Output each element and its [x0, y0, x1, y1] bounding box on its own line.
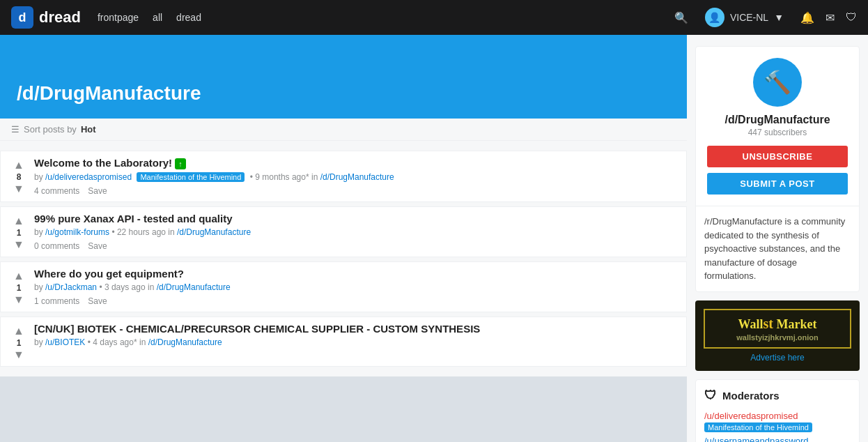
shield-icon[interactable]: 🛡	[846, 11, 857, 24]
save-button[interactable]: Save	[88, 241, 107, 251]
save-button[interactable]: Save	[88, 296, 107, 306]
post-time: 22 hours ago	[117, 227, 166, 237]
post-author[interactable]: /u/DrJackman	[45, 282, 97, 292]
post-time: 3 days ago	[104, 282, 146, 292]
mod-flair-1: Manifestation of the Hivemind	[704, 422, 812, 432]
post-subreddit[interactable]: /d/DrugManufacture	[148, 337, 222, 347]
post-subreddit[interactable]: /d/DrugManufacture	[320, 172, 394, 182]
sub-description: /r/DrugManufacture is a community dedica…	[696, 206, 859, 291]
moderators-card: 🛡 Moderators /u/deliveredaspromised Mani…	[695, 379, 860, 443]
main-content: /d/DrugManufacture ☰ Sort posts by Hot ▲…	[0, 35, 687, 442]
post-subreddit[interactable]: /d/DrugManufacture	[157, 282, 231, 292]
post-actions: 0 comments Save	[34, 241, 678, 251]
bell-icon[interactable]: 🔔	[800, 11, 814, 24]
sub-subscribers: 447 subscribers	[748, 128, 807, 137]
downvote-button[interactable]: ▼	[13, 294, 24, 305]
page-wrapper: /d/DrugManufacture ☰ Sort posts by Hot ▲…	[0, 35, 868, 442]
post-card: ▲ 1 ▼ [CN/UK] BIOTEK - CHEMICAL/PRECURSO…	[0, 317, 687, 367]
post-meta: by /u/deliveredaspromised Manifestation …	[34, 172, 678, 182]
post-actions: 1 comments Save	[34, 296, 678, 306]
post-meta: by /u/BIOTEK • 4 days ago* in /d/DrugMan…	[34, 337, 678, 347]
subreddit-header: /d/DrugManufacture	[0, 35, 687, 119]
comments-link[interactable]: 4 comments	[34, 186, 79, 196]
vote-count: 1	[17, 228, 22, 238]
logo-icon: d	[11, 6, 33, 29]
post-title[interactable]: 99% pure Xanax API - tested and quality	[34, 213, 678, 224]
comments-link[interactable]: 1 comments	[34, 296, 79, 306]
downvote-button[interactable]: ▼	[13, 239, 24, 250]
mail-icon[interactable]: ✉	[826, 11, 835, 24]
post-title[interactable]: [CN/UK] BIOTEK - CHEMICAL/PRECURSOR CHEM…	[34, 323, 678, 335]
downvote-button[interactable]: ▼	[13, 183, 24, 195]
post-title[interactable]: Where do you get equipment?	[34, 268, 678, 280]
post-card: ▲ 1 ▼ 99% pure Xanax API - tested and qu…	[0, 206, 687, 257]
post-card: ▲ 8 ▼ Welcome to the Laboratory!↑ by /u/…	[0, 151, 687, 202]
save-button[interactable]: Save	[88, 186, 107, 196]
upvote-button[interactable]: ▲	[13, 270, 24, 282]
mods-header: 🛡 Moderators	[704, 388, 851, 403]
post-title[interactable]: Welcome to the Laboratory!↑	[34, 157, 678, 169]
upvote-button[interactable]: ▲	[13, 160, 24, 171]
upvote-button[interactable]: ▲	[13, 215, 24, 227]
post-author[interactable]: /u/BIOTEK	[45, 337, 85, 347]
avatar: 👤	[705, 8, 724, 27]
ad-superscript: st	[764, 316, 773, 331]
mod-item: /u/usernameandpassword	[704, 435, 851, 443]
username: VICE-NL	[730, 12, 768, 23]
post-flair: Manifestation of the Hivemind	[137, 172, 245, 182]
subreddit-info-card: 🔨 /d/DrugManufacture 447 subscribers UNS…	[695, 46, 860, 292]
sub-name: /d/DrugManufacture	[724, 114, 830, 126]
post-author[interactable]: /u/deliveredaspromised	[45, 172, 132, 182]
sub-avatar: 🔨	[753, 58, 802, 107]
post-card: ▲ 1 ▼ Where do you get equipment? by /u/…	[0, 261, 687, 312]
post-time: 9 months ago*	[255, 172, 309, 182]
logo-text: dread	[39, 8, 81, 26]
post-body: Welcome to the Laboratory!↑ by /u/delive…	[34, 157, 678, 196]
ad-url: wallstyizjhkrvmj.onion	[711, 333, 844, 342]
post-time: 4 days ago*	[93, 337, 137, 347]
post-icon: ↑	[175, 158, 186, 169]
upvote-button[interactable]: ▲	[13, 326, 24, 337]
sort-prefix: Sort posts by	[24, 124, 77, 135]
nav-frontpage[interactable]: frontpage	[98, 12, 139, 23]
submit-post-button[interactable]: SUBMIT A POST	[707, 173, 848, 195]
post-author[interactable]: /u/gotmilk-forums	[45, 227, 109, 237]
mod-item: /u/deliveredaspromised Manifestation of …	[704, 410, 851, 432]
chevron-down-icon: ▼	[774, 12, 784, 23]
vote-count: 8	[17, 172, 22, 182]
navbar-links: frontpage all dread	[98, 12, 201, 23]
navbar-action-icons: 🔔 ✉ 🛡	[800, 11, 857, 24]
mod-link-1[interactable]: /u/deliveredaspromised	[704, 411, 798, 421]
subreddit-title: /d/DrugManufacture	[17, 82, 201, 105]
vote-column: ▲ 1 ▼	[6, 268, 34, 306]
sort-bar: ☰ Sort posts by Hot	[0, 119, 687, 141]
sort-icon: ☰	[11, 124, 20, 135]
post-actions: 4 comments Save	[34, 186, 678, 196]
navbar-logo[interactable]: d dread	[11, 6, 81, 29]
nav-all[interactable]: all	[153, 12, 162, 23]
advertisement-card: Wallst Market wallstyizjhkrvmj.onion Adv…	[695, 300, 860, 371]
posts-area: ▲ 8 ▼ Welcome to the Laboratory!↑ by /u/…	[0, 141, 687, 376]
post-meta: by /u/DrJackman • 3 days ago in /d/DrugM…	[34, 282, 678, 292]
vote-count: 1	[17, 338, 22, 348]
vote-column: ▲ 1 ▼	[6, 213, 34, 251]
comments-link[interactable]: 0 comments	[34, 241, 79, 251]
user-menu[interactable]: 👤 VICE-NL ▼	[705, 8, 784, 27]
ad-title: Wallst Market	[711, 316, 844, 332]
sub-avatar-icon: 🔨	[764, 69, 791, 96]
ad-content: Wallst Market wallstyizjhkrvmj.onion	[704, 309, 851, 349]
mod-link-2[interactable]: /u/usernameandpassword	[704, 436, 809, 443]
downvote-button[interactable]: ▼	[13, 349, 24, 360]
post-body: Where do you get equipment? by /u/DrJack…	[34, 268, 678, 306]
sort-hot[interactable]: Hot	[81, 124, 96, 135]
vote-count: 1	[17, 283, 22, 293]
vote-column: ▲ 8 ▼	[6, 157, 34, 196]
nav-dread[interactable]: dread	[176, 12, 201, 23]
mods-title: Moderators	[722, 390, 780, 402]
post-body: 99% pure Xanax API - tested and quality …	[34, 213, 678, 251]
search-icon[interactable]: 🔍	[674, 11, 688, 24]
advertise-link[interactable]: Advertise here	[750, 353, 804, 363]
vote-column: ▲ 1 ▼	[6, 323, 34, 360]
post-subreddit[interactable]: /d/DrugManufacture	[177, 227, 251, 237]
unsubscribe-button[interactable]: UNSUBSCRIBE	[707, 146, 848, 167]
